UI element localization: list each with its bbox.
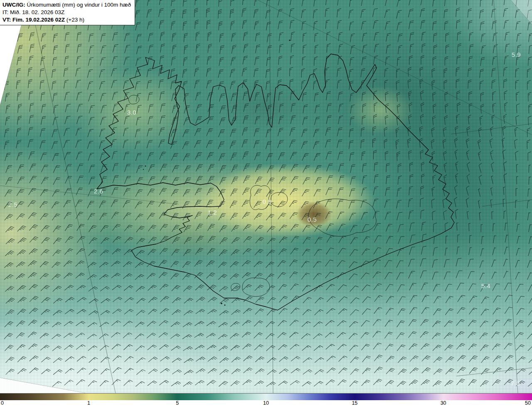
- map-overlay: [0, 0, 532, 393]
- colorbar-tick-label: 1: [87, 400, 90, 406]
- wind-barbs: [4, 0, 532, 386]
- init-time: IT: Mið. 18. 02. 2026 03Z: [2, 9, 131, 16]
- colorbar-gradient: [0, 393, 532, 400]
- colorbar-tick-label: 5: [176, 400, 179, 406]
- colorbar-ticks: 01510153050: [0, 400, 532, 406]
- islands: [143, 39, 291, 306]
- valid-time: VT: Fim. 19.02.2026 02Z (+23 h): [2, 16, 131, 24]
- colorbar-tick-label: 10: [263, 400, 269, 406]
- colorbar-tick-label: 0: [1, 400, 4, 406]
- glacier-outlines: [128, 95, 376, 296]
- colorbar-legend: 01510153050: [0, 393, 532, 406]
- colorbar-tick-label: 30: [441, 400, 446, 406]
- coastline: [97, 54, 454, 310]
- colorbar-tick-label: 15: [352, 400, 357, 406]
- colorbar-tick-label: 50: [525, 400, 531, 406]
- forecast-info-box: UWC/IG: Úrkomumætti (mm) og vindur i 100…: [0, 0, 135, 25]
- product-title: UWC/IG: Úrkomumætti (mm) og vindur i 100…: [2, 1, 131, 9]
- weather-map-page: 5.93.02.62.51.20.90.55.47.2 UWC/IG: Úrko…: [0, 0, 532, 406]
